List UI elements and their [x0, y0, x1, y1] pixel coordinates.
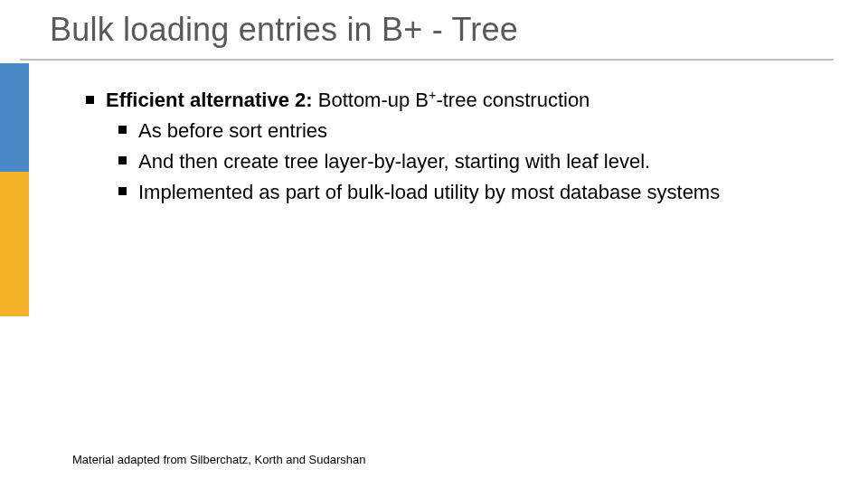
bullet-level2: Implemented as part of bulk-load utility…: [118, 178, 827, 207]
title-underline: [20, 59, 834, 61]
slide-title: Bulk loading entries in B+ - Tree: [50, 11, 518, 49]
accent-bar-blue: [0, 63, 29, 172]
slide-body: Efficient alternative 2: Bottom-up B+-tr…: [86, 86, 827, 207]
accent-bar-yellow: [0, 172, 29, 316]
bullet-level2: As before sort entries: [118, 117, 827, 145]
bullet-text-after-sup: -tree construction: [436, 89, 590, 111]
footer-attribution: Material adapted from Silberchatz, Korth…: [72, 453, 365, 466]
bullet-lead: Efficient alternative 2:: [106, 89, 313, 111]
bullet-level2: And then create tree layer-by-layer, sta…: [118, 147, 827, 176]
bullet-level1: Efficient alternative 2: Bottom-up B+-tr…: [86, 86, 827, 115]
bullet-text-before-sup: Bottom-up B: [313, 89, 429, 111]
